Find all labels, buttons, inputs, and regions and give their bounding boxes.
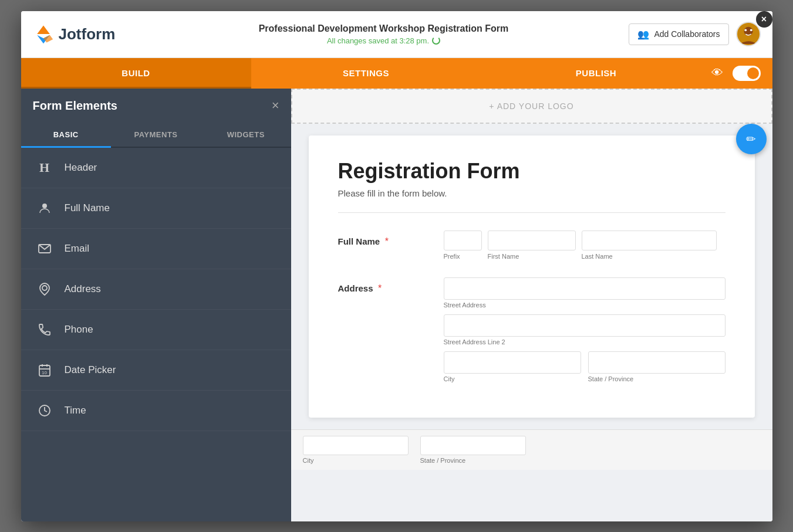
nav-tab-publish[interactable]: PUBLISH: [481, 58, 711, 89]
sidebar-item-time[interactable]: Time: [21, 391, 291, 431]
collaborators-icon: 👥: [637, 29, 649, 40]
address-label-col: Address *: [338, 277, 432, 294]
logo-text: Jotform: [59, 25, 116, 43]
svg-point-6: [750, 29, 752, 31]
state-input[interactable]: [588, 351, 725, 374]
street-address2-field: Street Address Line 2: [444, 314, 725, 345]
name-inputs-row: Prefix First Name Last Name: [444, 231, 725, 260]
sidebar-item-label: Phone: [65, 324, 93, 336]
logo-icon: [33, 23, 54, 45]
address-label: Address: [338, 283, 373, 293]
form-container: ✏ Registration Form Please fill in the f…: [309, 135, 755, 418]
bottom-state-input[interactable]: [420, 436, 526, 455]
street-address-input[interactable]: [444, 277, 725, 300]
nav-tab-build[interactable]: BUILD: [21, 58, 251, 89]
form-area: + ADD YOUR LOGO ✏ Registration Form Plea…: [291, 89, 772, 521]
nav-tab-settings[interactable]: SETTINGS: [251, 58, 481, 89]
full-name-field-group: Full Name * Prefix First Name: [338, 231, 725, 260]
sidebar-item-full-name[interactable]: Full Name: [21, 188, 291, 229]
sidebar-tab-widgets[interactable]: WIDGETS: [201, 123, 291, 147]
svg-text:10: 10: [42, 370, 47, 375]
full-name-required: *: [385, 236, 389, 246]
header: Jotform Professional Development Worksho…: [21, 11, 772, 58]
svg-marker-0: [37, 26, 50, 34]
bottom-bar: City State / Province: [291, 429, 772, 470]
logo-upload-bar[interactable]: + ADD YOUR LOGO: [291, 89, 772, 124]
avatar-image: [737, 23, 760, 45]
full-name-label-col: Full Name *: [338, 231, 432, 247]
calendar-icon: 10: [35, 361, 54, 379]
svg-point-9: [42, 286, 47, 290]
state-field: State / Province: [588, 351, 725, 382]
bottom-city-field: City: [303, 436, 409, 464]
lastname-label: Last Name: [582, 253, 717, 260]
state-label: State / Province: [588, 375, 725, 382]
save-status: All changes saved at 3:28 pm.: [139, 36, 629, 45]
form-divider: [338, 212, 725, 213]
sidebar-items: H Header Full Name: [21, 148, 291, 521]
header-center: Professional Development Workshop Regist…: [139, 23, 629, 45]
address-required: *: [378, 283, 382, 293]
add-collaborators-button[interactable]: 👥 Add Collaborators: [629, 23, 728, 45]
bottom-state-field: State / Province: [420, 436, 526, 464]
form-heading: Registration Form: [338, 159, 725, 184]
sidebar-item-label: Email: [65, 243, 90, 255]
sidebar-item-label: Header: [65, 162, 97, 174]
sidebar-item-label: Address: [65, 283, 101, 295]
toggle-switch[interactable]: [733, 66, 761, 81]
logo: Jotform: [33, 23, 139, 45]
street-address-field: Street Address: [444, 277, 725, 309]
header-right: 👥 Add Collaborators: [629, 22, 760, 46]
full-name-label: Full Name: [338, 236, 380, 246]
bottom-state-label: State / Province: [420, 457, 526, 464]
refresh-icon: [432, 36, 440, 45]
sidebar-item-header[interactable]: H Header: [21, 148, 291, 188]
preview-icon[interactable]: 👁: [711, 66, 723, 80]
sidebar-close-button[interactable]: ×: [272, 99, 279, 112]
firstname-field: First Name: [488, 231, 576, 260]
sidebar-item-label: Full Name: [65, 202, 110, 214]
pencil-icon: ✏: [746, 132, 756, 146]
lastname-field: Last Name: [582, 231, 717, 260]
lastname-input[interactable]: [582, 231, 717, 250]
sidebar-tab-basic[interactable]: BASIC: [21, 123, 111, 148]
sidebar-item-address[interactable]: Address: [21, 269, 291, 310]
close-button[interactable]: ×: [755, 11, 772, 29]
bottom-city-input[interactable]: [303, 436, 409, 455]
street-address2-input[interactable]: [444, 314, 725, 337]
modal-container: × Jotform Professional Development Works…: [21, 11, 772, 521]
city-field: City: [444, 351, 581, 382]
header-icon: H: [35, 158, 54, 177]
city-input[interactable]: [444, 351, 581, 374]
nav-bar: BUILD SETTINGS PUBLISH 👁: [21, 58, 772, 89]
address-inputs-stack: Street Address Street Address Line 2 Cit…: [444, 277, 725, 382]
sidebar-item-email[interactable]: Email: [21, 229, 291, 269]
bottom-fields: City State / Province: [303, 436, 526, 464]
save-status-text: All changes saved at 3:28 pm.: [327, 36, 429, 45]
sidebar-header: Form Elements ×: [21, 89, 291, 123]
sidebar-tabs: BASIC PAYMENTS WIDGETS: [21, 123, 291, 148]
prefix-label: Prefix: [444, 253, 482, 260]
sidebar-tab-payments[interactable]: PAYMENTS: [111, 123, 201, 147]
prefix-input[interactable]: [444, 231, 482, 250]
svg-point-7: [42, 204, 47, 208]
firstname-label: First Name: [488, 253, 576, 260]
sidebar-item-date-picker[interactable]: 10 Date Picker: [21, 350, 291, 391]
sidebar: Form Elements × BASIC PAYMENTS WIDGETS H…: [21, 89, 291, 521]
sidebar-title: Form Elements: [33, 99, 117, 113]
person-icon: [35, 199, 54, 218]
nav-right: 👁: [711, 66, 772, 81]
city-state-row: City State / Province: [444, 351, 725, 382]
add-logo-text: + ADD YOUR LOGO: [489, 101, 573, 111]
clock-icon: [35, 401, 54, 420]
location-icon: [35, 280, 54, 299]
close-icon: ×: [761, 15, 767, 24]
address-inputs: Street Address Street Address Line 2 Cit…: [444, 277, 725, 382]
form-subheading: Please fill in the form below.: [338, 188, 725, 198]
email-icon: [35, 239, 54, 258]
street-address-label: Street Address: [444, 301, 725, 309]
edit-button[interactable]: ✏: [736, 124, 767, 154]
firstname-input[interactable]: [488, 231, 576, 250]
sidebar-item-phone[interactable]: Phone: [21, 310, 291, 350]
svg-point-5: [744, 29, 747, 31]
